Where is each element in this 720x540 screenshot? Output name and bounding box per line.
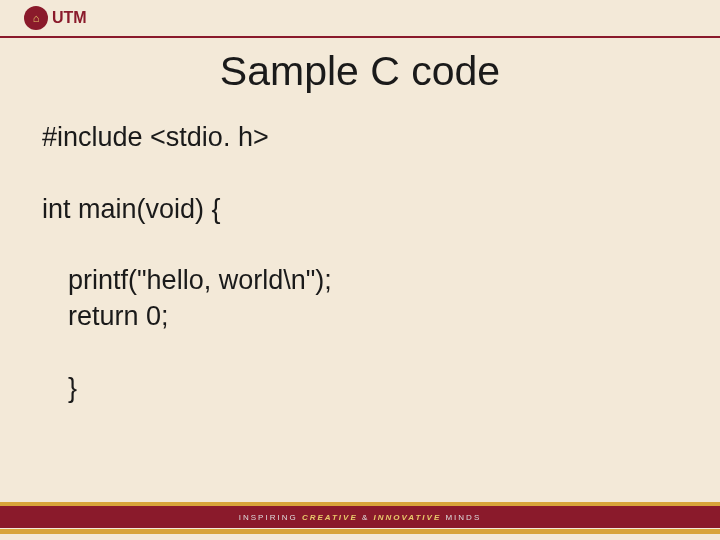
code-line: }: [42, 371, 678, 407]
logo-seal-icon: ⌂: [24, 6, 48, 30]
code-line: return 0;: [42, 299, 678, 335]
code-line: printf("hello, world\n");: [42, 263, 678, 299]
code-block: #include <stdio. h> int main(void) { pri…: [42, 120, 678, 406]
slide-title: Sample C code: [0, 48, 720, 95]
footer-accent-bottom: [0, 529, 720, 534]
code-line: int main(void) {: [42, 192, 678, 228]
footer-band: INSPIRING CREATIVE & INNOVATIVE MINDS: [0, 506, 720, 528]
logo-text: UTM: [52, 9, 87, 27]
header-rule: [0, 36, 720, 38]
footer-tagline: INSPIRING CREATIVE & INNOVATIVE MINDS: [239, 513, 481, 522]
utm-logo: ⌂ UTM: [24, 6, 87, 30]
code-line: #include <stdio. h>: [42, 120, 678, 156]
